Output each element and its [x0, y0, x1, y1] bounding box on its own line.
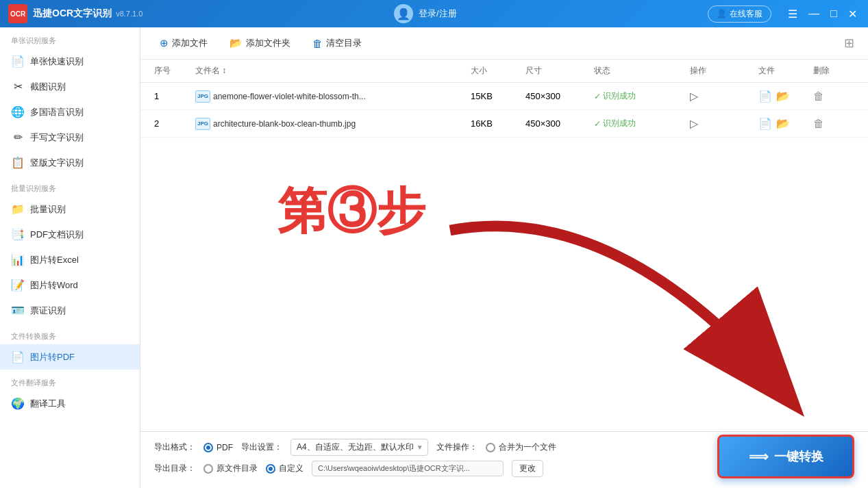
sidebar-section-batch: 批量识别服务: [0, 175, 140, 196]
dir-option1-radio-btn[interactable]: [203, 464, 213, 474]
bottom-bar: 导出格式： PDF 导出设置： A4、自适应、无边距、默认水印 ▼ 文件操作： …: [140, 431, 868, 488]
app-version: v8.7.1.0: [116, 10, 142, 18]
pdf-radio[interactable]: [203, 443, 213, 452]
row2-view-file-icon[interactable]: 📄: [758, 117, 772, 130]
add-folder-icon: 📂: [230, 37, 243, 49]
arrow-annotation: [140, 138, 868, 431]
sidebar-item-batch[interactable]: 📁 批量识别: [0, 196, 140, 222]
sidebar-item-label: 手写文字识别: [30, 131, 84, 144]
file-op-label: 文件操作：: [436, 441, 478, 453]
sidebar-item-translate[interactable]: 🌍 翻译工具: [0, 391, 140, 416]
clear-list-button[interactable]: 🗑 清空目录: [307, 34, 367, 52]
img-excel-icon: 📊: [11, 253, 25, 266]
window-controls: ☰ — □ ✕: [785, 8, 860, 21]
row1-thumb: JPG: [195, 90, 210, 103]
export-settings-dropdown[interactable]: A4、自适应、无边距、默认水印 ▼: [290, 439, 428, 456]
convert-button[interactable]: ⟹ 一键转换: [717, 435, 854, 478]
dir-path-display: C:\Users\wqeaoiw\desktop\迅捷OCR文字识...: [312, 461, 504, 476]
sidebar-section-convert: 文件转换服务: [0, 323, 140, 344]
col-action: 操作: [690, 65, 758, 77]
minimize-button[interactable]: —: [806, 8, 822, 21]
login-link[interactable]: 登录/注册: [419, 8, 457, 20]
sidebar-item-single-fast[interactable]: 📄 单张快速识别: [0, 49, 140, 74]
clear-list-label: 清空目录: [326, 37, 362, 49]
online-service-label: 在线客服: [730, 8, 762, 20]
file-table: 序号 文件名 ↕ 大小 尺寸 状态 操作 文件 删除 1 JPG anemone…: [140, 60, 868, 138]
row2-delete-button[interactable]: 🗑: [813, 118, 854, 130]
online-service-icon: 👤: [717, 9, 727, 18]
app-name: 迅捷OCR文字识别: [33, 8, 112, 20]
row1-view-file-icon[interactable]: 📄: [758, 90, 772, 103]
row1-actions: ▷: [690, 90, 758, 103]
merge-radio[interactable]: 合并为一个文件: [486, 441, 556, 453]
row2-filename-cell: JPG architecture-blank-box-clean-thumb.j…: [195, 118, 471, 130]
toolbar-right: ⊞: [844, 36, 854, 51]
row2-actions: ▷: [690, 117, 758, 130]
sidebar-item-pdf-doc[interactable]: 📑 PDF文档识别: [0, 222, 140, 247]
sidebar-section-single: 单张识别服务: [0, 27, 140, 49]
sidebar-item-label: 截图识别: [30, 81, 66, 93]
row1-dimensions: 450×300: [525, 91, 594, 101]
checkmark-icon: ✓: [594, 92, 601, 101]
row1-open-folder-icon[interactable]: 📂: [776, 90, 790, 103]
row1-size: 15KB: [471, 91, 525, 101]
sidebar-item-label: 多国语言识别: [30, 106, 84, 118]
add-file-icon: ⊕: [160, 37, 169, 49]
close-button[interactable]: ✕: [845, 8, 860, 21]
dir-option1-radio[interactable]: 原文件目录: [203, 463, 258, 474]
add-file-button[interactable]: ⊕ 添加文件: [154, 34, 213, 52]
sidebar-item-multilang[interactable]: 🌐 多国语言识别: [0, 99, 140, 125]
row2-filename: architecture-blank-box-clean-thumb.jpg: [213, 119, 356, 129]
convert-icon: ⟹: [749, 448, 769, 465]
sidebar-item-img-word[interactable]: 📝 图片转Word: [0, 272, 140, 298]
col-file: 文件: [758, 65, 813, 77]
online-service-button[interactable]: 👤 在线客服: [708, 5, 771, 23]
add-folder-button[interactable]: 📂 添加文件夹: [224, 34, 296, 52]
export-dir-label: 导出目录：: [154, 463, 195, 474]
content-area: ⊕ 添加文件 📂 添加文件夹 🗑 清空目录 ⊞ 序号 文件名 ↕ 大小 尺寸: [140, 27, 868, 488]
convert-label: 一键转换: [774, 448, 823, 465]
sidebar-item-label: 票证识别: [30, 305, 66, 317]
sidebar-item-label: 单张快速识别: [30, 55, 84, 68]
dir-option2-radio[interactable]: 自定义: [266, 463, 303, 474]
handwriting-icon: ✏: [11, 131, 25, 144]
table-row: 2 JPG architecture-blank-box-clean-thumb…: [140, 110, 868, 138]
table-header: 序号 文件名 ↕ 大小 尺寸 状态 操作 文件 删除: [140, 60, 868, 83]
dir-option2-label: 自定义: [279, 463, 303, 474]
sidebar-item-screenshot[interactable]: ✂ 截图识别: [0, 74, 140, 99]
sidebar-item-handwriting[interactable]: ✏ 手写文字识别: [0, 125, 140, 150]
sidebar-item-img-pdf[interactable]: 📄 图片转PDF: [0, 344, 140, 370]
row1-play-button[interactable]: ▷: [690, 90, 698, 103]
change-dir-button[interactable]: 更改: [512, 460, 543, 477]
col-status: 状态: [594, 65, 690, 77]
merge-radio-btn[interactable]: [486, 443, 495, 452]
export-settings-value: A4、自适应、无边距、默认水印: [297, 441, 414, 453]
menu-icon[interactable]: ☰: [785, 8, 800, 21]
grid-view-icon[interactable]: ⊞: [844, 36, 854, 50]
sidebar-item-img-excel[interactable]: 📊 图片转Excel: [0, 247, 140, 272]
avatar[interactable]: 👤: [394, 4, 413, 23]
sidebar-item-cert[interactable]: 🪪 票证识别: [0, 298, 140, 323]
row2-play-button[interactable]: ▷: [690, 117, 698, 130]
export-format-radio[interactable]: PDF: [203, 443, 233, 452]
add-file-label: 添加文件: [172, 37, 208, 49]
dir-option2-radio-btn[interactable]: [266, 464, 275, 474]
col-index: 序号: [154, 65, 195, 77]
sidebar: 单张识别服务 📄 单张快速识别 ✂ 截图识别 🌐 多国语言识别 ✏ 手写文字识别…: [0, 27, 140, 488]
screenshot-icon: ✂: [11, 80, 25, 93]
vertical-icon: 📋: [11, 156, 25, 169]
export-settings-label: 导出设置：: [241, 441, 282, 453]
col-dimensions: 尺寸: [525, 65, 594, 77]
col-delete: 删除: [813, 65, 854, 77]
add-folder-label: 添加文件夹: [246, 37, 290, 49]
sidebar-item-vertical[interactable]: 📋 竖版文字识别: [0, 150, 140, 175]
multilang-icon: 🌐: [11, 105, 25, 118]
title-center: 👤 登录/注册: [142, 4, 708, 23]
title-bar: OCR 迅捷OCR文字识别 v8.7.1.0 👤 登录/注册 👤 在线客服 ☰ …: [0, 0, 868, 27]
row2-status: ✓ 识别成功: [594, 118, 690, 129]
row2-open-folder-icon[interactable]: 📂: [776, 117, 790, 130]
row1-filename-cell: JPG anemone-flower-violet-white-blossom-…: [195, 90, 471, 103]
row1-delete-button[interactable]: 🗑: [813, 90, 854, 103]
sidebar-item-label: 图片转Word: [30, 279, 78, 292]
maximize-button[interactable]: □: [828, 8, 840, 21]
